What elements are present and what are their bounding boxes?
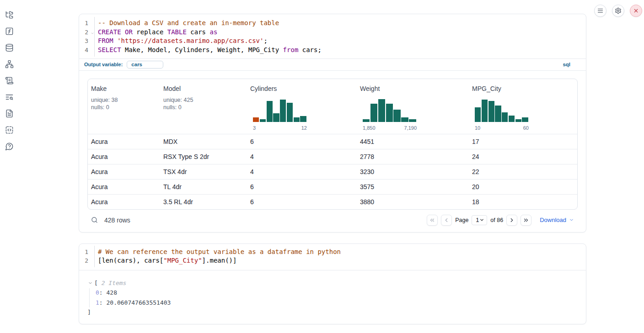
column-stats: unique: 425nulls: 0 xyxy=(163,96,244,111)
tree-entries: 0: 4281: 20.060747663551403 xyxy=(87,288,586,308)
code-line: [len(cars), cars["MPG_City"].mean()] xyxy=(98,256,341,265)
column-histogram-weight[interactable]: 1,8507,190 xyxy=(363,97,417,131)
database-icon xyxy=(5,43,14,52)
close-x-icon xyxy=(633,8,639,14)
table-cell: 24 xyxy=(469,149,577,164)
column-stat: unique: 425 xyxy=(163,96,244,104)
table-cell: 3880 xyxy=(357,195,469,209)
column-stat: nulls: 0 xyxy=(163,104,244,111)
code-line: CREATE OR replace TABLE cars as xyxy=(98,28,322,37)
next-page-button[interactable] xyxy=(506,215,517,226)
panel-button-datasources[interactable] xyxy=(3,41,16,54)
code-token: # We can reference the output variable a… xyxy=(98,248,341,255)
text-search-icon xyxy=(5,93,14,101)
code-token: TABLE xyxy=(167,28,187,36)
column-histogram-mpg_city[interactable]: 1060 xyxy=(475,97,529,131)
table-cell: 6 xyxy=(247,180,357,194)
sql-cell: 1234 -- Download a CSV and create an in-… xyxy=(79,14,586,233)
column-header-model[interactable]: Modelunique: 425nulls: 0 xyxy=(160,79,247,134)
page-select[interactable]: 1 xyxy=(472,215,487,225)
menu-button[interactable] xyxy=(594,5,606,17)
table-header-row: Makeunique: 38nulls: 0Modelunique: 425nu… xyxy=(88,79,577,134)
panel-button-outline-search[interactable] xyxy=(3,90,16,103)
output-variable-input[interactable] xyxy=(127,61,163,69)
line-number-text: 1 xyxy=(85,19,88,28)
axis-tick-label: 3 xyxy=(253,125,256,131)
line-number: 4 xyxy=(79,46,94,55)
table-cell: TL 4dr xyxy=(160,180,247,194)
items-count-label: 2 Items xyxy=(98,280,127,286)
column-label: Model xyxy=(163,85,244,92)
line-number: 2 xyxy=(79,256,94,265)
table-cell: Acura xyxy=(88,149,160,164)
panel-button-dependencies[interactable] xyxy=(3,58,16,70)
table-search-button[interactable] xyxy=(91,217,98,223)
top-controls xyxy=(594,5,642,17)
line-number: 1 xyxy=(79,248,94,257)
code-token xyxy=(121,28,125,36)
tree-entry-value: 428 xyxy=(106,289,117,296)
code-token: [len(cars), cars[ xyxy=(98,257,163,264)
chevrons-left-icon xyxy=(429,217,435,223)
column-label: Weight xyxy=(360,85,466,92)
chevron-right-icon xyxy=(509,217,515,223)
table-cell: MDX xyxy=(160,134,247,149)
python-code-editor[interactable]: 12 # We can reference the output variabl… xyxy=(79,244,586,270)
last-page-button[interactable] xyxy=(521,215,531,226)
table-cell: 6 xyxy=(247,195,357,209)
panel-button-logs[interactable] xyxy=(3,74,16,87)
column-histogram-cylinders[interactable]: 312 xyxy=(253,97,307,131)
code-line: SELECT Make, Model, Cylinders, Weight, M… xyxy=(98,46,322,55)
code-token: 'https://datasets.marimo.app/cars.csv' xyxy=(117,37,263,44)
code-line: FROM 'https://datasets.marimo.app/cars.c… xyxy=(98,37,322,46)
table-row[interactable]: AcuraTSX 4dr4323022 xyxy=(88,164,577,179)
axis-tick-label: 60 xyxy=(523,125,529,131)
download-button[interactable]: Download xyxy=(540,217,574,223)
table-cell: 18 xyxy=(469,195,577,209)
column-header-cylinders[interactable]: Cylinders312 xyxy=(247,79,357,134)
page-select-value: 1 xyxy=(476,217,479,223)
first-page-button[interactable] xyxy=(427,215,438,226)
table-row[interactable]: Acura3.5 RL 4dr6388018 xyxy=(88,194,577,209)
histogram-axis: 1,8507,190 xyxy=(363,125,417,131)
panel-button-functions[interactable] xyxy=(3,25,16,37)
table-row[interactable]: AcuraRSX Type S 2dr4277824 xyxy=(88,149,577,164)
shutdown-button[interactable] xyxy=(630,5,642,17)
column-header-mpg_city[interactable]: MPG_City1060 xyxy=(469,79,577,134)
code-token: replace xyxy=(133,28,167,36)
gear-icon xyxy=(615,7,622,14)
line-number-text: 2 xyxy=(85,28,88,37)
tree-root-row[interactable]: [ 2 Items xyxy=(87,278,586,288)
histogram-axis: 312 xyxy=(253,125,307,131)
code-token: OR xyxy=(125,28,133,36)
line-number: 3 xyxy=(79,37,94,46)
column-stat: unique: 38 xyxy=(91,96,157,104)
chevrons-right-icon xyxy=(523,217,529,223)
panel-button-documentation[interactable] xyxy=(3,107,16,120)
table-cell: 4 xyxy=(247,149,357,164)
panel-button-file-explorer[interactable] xyxy=(3,8,16,21)
sql-code-editor[interactable]: 1234 -- Download a CSV and create an in-… xyxy=(79,14,586,59)
column-header-weight[interactable]: Weight1,8507,190 xyxy=(357,79,469,134)
chevron-down-icon xyxy=(479,217,484,222)
previous-page-button[interactable] xyxy=(441,215,452,226)
table-cell: TSX 4dr xyxy=(160,164,247,179)
histogram-axis: 1060 xyxy=(475,125,529,131)
file-tree-icon xyxy=(5,11,14,19)
column-header-make[interactable]: Makeunique: 38nulls: 0 xyxy=(88,79,160,134)
line-number-gutter: 1234 xyxy=(79,17,95,57)
code-token: from xyxy=(283,46,299,53)
code-token: "MPG_City" xyxy=(163,257,202,264)
search-icon xyxy=(91,217,98,223)
panel-button-help[interactable] xyxy=(3,140,16,153)
code-line: # We can reference the output variable a… xyxy=(98,248,341,257)
panel-button-snippets[interactable] xyxy=(3,123,16,136)
settings-button[interactable] xyxy=(612,5,624,17)
table-cell: Acura xyxy=(88,164,160,179)
table-row[interactable]: AcuraTL 4dr6357520 xyxy=(88,179,577,194)
column-label: MPG_City xyxy=(472,85,574,92)
table-row[interactable]: AcuraMDX6445117 xyxy=(88,134,577,149)
table-cell: 2778 xyxy=(357,149,469,164)
line-number-text: 3 xyxy=(85,37,88,46)
code-line: -- Download a CSV and create an in-memor… xyxy=(98,19,322,28)
